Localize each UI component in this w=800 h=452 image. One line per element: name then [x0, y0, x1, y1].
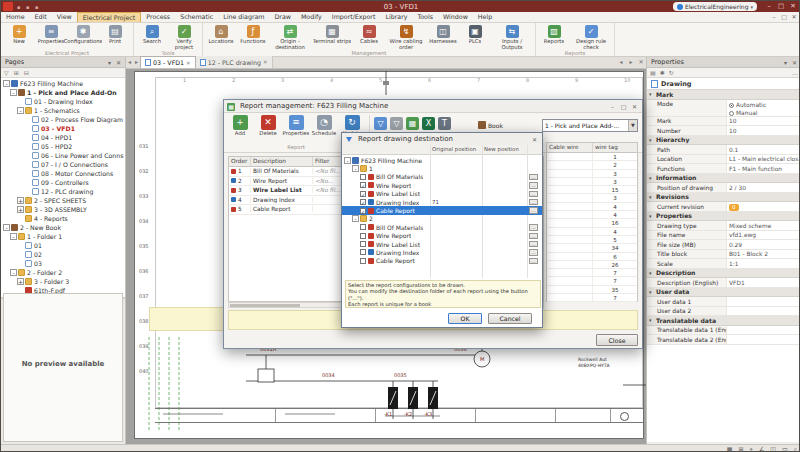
menu-tab-draw[interactable]: Draw — [269, 12, 295, 22]
collapse-expander-icon[interactable]: - — [10, 269, 17, 276]
section-information[interactable]: ▾Information — [647, 174, 800, 184]
menu-tab-window[interactable]: Window — [438, 12, 473, 22]
menu-tab-help[interactable]: Help — [473, 12, 497, 22]
ribbon-button-plcs[interactable]: ▣PLCs — [460, 24, 490, 50]
checkbox-icon[interactable] — [360, 241, 366, 247]
browse-button[interactable]: … — [529, 207, 538, 214]
section-user-data[interactable]: ▾User data — [647, 288, 800, 298]
dest-book-1[interactable]: -1 — [342, 164, 542, 172]
menu-tab-edit[interactable]: Edit — [30, 12, 52, 22]
checkbox-icon[interactable] — [360, 249, 366, 255]
tree-item-12-plc-drawing[interactable]: 12 - PLC drawing — [1, 187, 125, 196]
dest-report-cable-report[interactable]: Cable Report… — [342, 257, 542, 265]
tree-item-01[interactable]: 01 — [1, 241, 125, 250]
browse-button[interactable]: … — [529, 182, 538, 189]
ribbon-button-wire-cabling-order[interactable]: ↯Wire cabling order — [386, 24, 426, 50]
expand-expander-icon[interactable]: + — [17, 206, 24, 213]
filter-icon[interactable]: ▽ — [374, 117, 387, 130]
menu-tab-process[interactable]: Process — [141, 12, 175, 22]
property-value[interactable]: 2 / 30 — [727, 183, 800, 192]
tab-drawing[interactable]: Drawing — [647, 78, 800, 90]
tree-item-f623-filling-machine[interactable]: -F623 Filling Machine — [1, 79, 125, 88]
tree-item-1-folder-1[interactable]: -1 - Folder 1 — [1, 232, 125, 241]
tree-item-01-drawing-index[interactable]: 01 - Drawing Index — [1, 97, 125, 106]
mode-option-automatic[interactable]: Automatic — [729, 101, 799, 109]
filter-clear-icon[interactable]: ▽ — [390, 117, 403, 130]
property-value[interactable]: 10 — [727, 117, 800, 126]
refresh-icon[interactable]: ↻ — [669, 69, 674, 76]
property-value[interactable]: 1:1 — [727, 259, 800, 268]
preview-row[interactable]: 16 — [547, 219, 637, 227]
tree-item-1-pick-and-place-add-on[interactable]: -1 - Pick and Place Add-On — [1, 88, 125, 97]
browse-button[interactable]: … — [529, 199, 538, 206]
ok-button[interactable]: OK — [448, 313, 482, 324]
preview-row[interactable]: 7 — [547, 294, 637, 302]
column-header-cable-wire[interactable]: Cable wire — [547, 143, 593, 152]
document-tab-03-vfd1[interactable]: 03 - VFD1✕ — [140, 56, 196, 68]
layers-icon[interactable]: ◫ — [770, 445, 776, 452]
ribbon-button-search[interactable]: ⌕Search — [137, 24, 167, 50]
preview-row[interactable]: 26 — [547, 261, 637, 269]
text-export-icon[interactable]: T — [438, 117, 451, 130]
grid-view-icon[interactable]: ▤ — [650, 69, 656, 76]
dest-book-2[interactable]: -2 — [342, 215, 542, 223]
configuration-combobox[interactable]: 1 - Pick and Place Add-... ▼ — [542, 119, 638, 132]
tab-back-icon[interactable]: ◂ — [126, 56, 133, 68]
close-button[interactable]: ✕ — [629, 100, 640, 113]
mdi-minimize-button[interactable]: – — [769, 12, 779, 22]
expand-expander-icon[interactable]: + — [17, 197, 24, 204]
property-value[interactable]: Mixed scheme — [727, 221, 800, 230]
tree-item-05-hpd2[interactable]: 05 - HPD2 — [1, 142, 125, 151]
minimize-button[interactable]: – — [763, 1, 775, 12]
report-toolbar-properties[interactable]: ≡Properties — [282, 115, 310, 137]
preview-row[interactable]: 5 — [547, 236, 637, 244]
property-value[interactable] — [727, 297, 800, 306]
grid-icon[interactable]: ▦ — [727, 445, 733, 452]
ribbon-button-cables[interactable]: ≈Cables — [354, 24, 384, 50]
property-value[interactable]: L1 - Main electrical clos... — [727, 155, 800, 164]
close-document-icon[interactable]: ✕ — [636, 56, 646, 68]
column-header-original-position[interactable]: Original position — [432, 145, 482, 154]
mdi-restore-button[interactable]: □ — [779, 12, 789, 22]
preview-row[interactable]: 4 — [547, 228, 637, 236]
maximize-button[interactable]: □ — [618, 100, 629, 113]
tree-item-02-process-flow-diagram[interactable]: 02 - Process Flow Diagram — [1, 115, 125, 124]
dest-report-drawing-index[interactable]: ✓Drawing Index71… — [342, 198, 542, 206]
filter-icon[interactable]: ▽ — [4, 68, 9, 78]
dest-root[interactable]: -F623 Filling Machine — [342, 156, 542, 164]
ribbon-button-inputs-outputs[interactable]: ⇆Inputs / Outputs — [492, 24, 532, 50]
collapse-expander-icon[interactable]: - — [3, 80, 10, 87]
dialog-title-bar[interactable]: ▦ Report management: F623 Filling Machin… — [224, 100, 642, 113]
checkbox-icon[interactable]: ✓ — [360, 199, 366, 205]
browse-button[interactable]: … — [529, 191, 538, 198]
collapse-expander-icon[interactable]: - — [10, 89, 17, 96]
preview-row[interactable]: 34 — [547, 244, 637, 252]
tree-item-08-motor-connections[interactable]: 08 - Motor Connections — [1, 169, 125, 178]
preview-row[interactable]: 35 — [547, 286, 637, 294]
tree-item-09-controllers[interactable]: 09 - Controllers — [1, 178, 125, 187]
section-properties[interactable]: ▾Properties — [647, 212, 800, 222]
menu-tab-home[interactable]: Home — [1, 12, 30, 22]
section-revisions[interactable]: ▾Revisions — [647, 193, 800, 203]
checkbox-icon[interactable] — [360, 233, 366, 239]
property-value[interactable] — [727, 307, 800, 316]
ribbon-button-new[interactable]: +New — [4, 24, 34, 50]
close-tab-icon[interactable]: ✕ — [263, 59, 268, 65]
ribbon-button-harnesses[interactable]: ◫Harnesses — [428, 24, 458, 50]
tree-item-02[interactable]: 02 — [1, 250, 125, 259]
excel-export-icon[interactable]: X — [422, 117, 435, 130]
ribbon-button-reports[interactable]: ▧Reports — [539, 24, 569, 50]
ribbon-button-configurations[interactable]: ✱Configurations — [68, 24, 98, 50]
close-icon[interactable]: ✕ — [114, 57, 123, 68]
dest-report-bill-of-materials[interactable]: Bill Of Materials… — [342, 173, 542, 181]
collapse-expander-icon[interactable]: - — [10, 233, 17, 240]
browse-button[interactable]: … — [529, 224, 538, 231]
minimize-button[interactable]: – — [607, 100, 618, 113]
tree-item-04-hpd1[interactable]: 04 - HPD1 — [1, 133, 125, 142]
collapse-all-icon[interactable]: ⊟ — [24, 68, 29, 78]
browse-button[interactable]: … — [529, 241, 538, 248]
preview-row[interactable]: 1 — [547, 153, 637, 161]
pin-icon[interactable]: ▾ — [781, 57, 790, 68]
browse-button[interactable]: … — [529, 249, 538, 256]
zoom-icon[interactable]: ⌕ — [794, 445, 797, 452]
